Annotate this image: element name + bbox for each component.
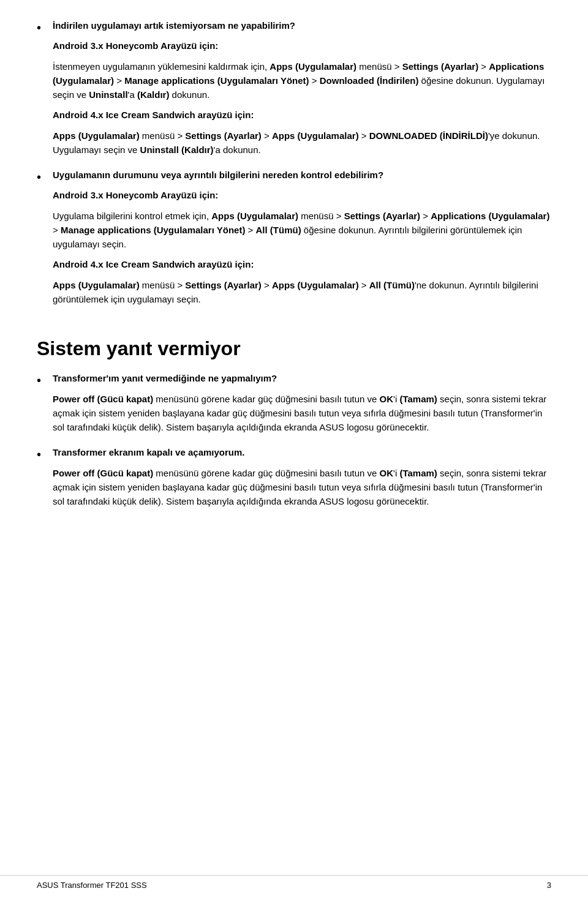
android3-text-1-content: İstenmeyen uygulamanın yüklemesini kaldı…	[53, 61, 545, 100]
android3-heading-1: Android 3.x Honeycomb Arayüzü için:	[53, 39, 551, 53]
question-1-text: İndirilen uygulamayı artık istemiyorsam …	[53, 20, 295, 31]
footer-page-number: 3	[547, 881, 551, 890]
page-container: • İndirilen uygulamayı artık istemiyorsa…	[0, 0, 588, 902]
footer-brand: ASUS Transformer TF201 SSS	[37, 881, 147, 890]
android3-heading-2-text: Android 3.x Honeycomb Arayüzü için:	[53, 190, 218, 200]
system-bullet-section-1: • Transformer'ım yanıt vermediğinde ne y…	[37, 371, 551, 440]
system-question-2: Transformer ekranım kapalı ve açamıyorum…	[53, 445, 551, 459]
android4-heading-1: Android 4.x Ice Cream Sandwich arayüzü i…	[53, 108, 551, 122]
bullet-content-2: Uygulamanın durumunu veya ayrıntılı bilg…	[53, 168, 551, 312]
question-1: İndirilen uygulamayı artık istemiyorsam …	[53, 18, 551, 32]
system-bullet-content-2: Transformer ekranım kapalı ve açamıyorum…	[53, 445, 551, 514]
android3-text-2: Uygulama bilgilerini kontrol etmek için,…	[53, 209, 551, 252]
bullet-icon-1: •	[37, 19, 49, 36]
footer: ASUS Transformer TF201 SSS 3	[0, 875, 588, 890]
android3-text-1: İstenmeyen uygulamanın yüklemesini kaldı…	[53, 59, 551, 102]
question-2-text: Uygulamanın durumunu veya ayrıntılı bilg…	[53, 170, 383, 180]
bullet-content-1: İndirilen uygulamayı artık istemiyorsam …	[53, 18, 551, 163]
system-question-1-text: Transformer'ım yanıt vermediğinde ne yap…	[53, 373, 277, 383]
system-question-1: Transformer'ım yanıt vermediğinde ne yap…	[53, 371, 551, 385]
android4-heading-2-text: Android 4.x Ice Cream Sandwich arayüzü i…	[53, 259, 254, 269]
bullet-section-2: • Uygulamanın durumunu veya ayrıntılı bi…	[37, 168, 551, 312]
question-2: Uygulamanın durumunu veya ayrıntılı bilg…	[53, 168, 551, 182]
system-text-1: Power off (Gücü kapat) menüsünü görene k…	[53, 392, 551, 435]
system-section-title: Sistem yanıt vermiyor	[37, 337, 551, 360]
bullet-icon-2: •	[37, 168, 49, 186]
android4-text-1: Apps (Uygulamalar) menüsü > Settings (Ay…	[53, 129, 551, 157]
system-question-2-text: Transformer ekranım kapalı ve açamıyorum…	[53, 447, 244, 457]
android3-heading-2: Android 3.x Honeycomb Arayüzü için:	[53, 188, 551, 202]
system-bullet-icon-2: •	[37, 446, 49, 463]
system-text-1-content: Power off (Gücü kapat) menüsünü görene k…	[53, 394, 546, 433]
android4-text-2: Apps (Uygulamalar) menüsü > Settings (Ay…	[53, 278, 551, 307]
android4-heading-2: Android 4.x Ice Cream Sandwich arayüzü i…	[53, 257, 551, 271]
android4-heading-1-text: Android 4.x Ice Cream Sandwich arayüzü i…	[53, 110, 254, 120]
system-bullet-icon-1: •	[37, 372, 49, 389]
system-bullet-section-2: • Transformer ekranım kapalı ve açamıyor…	[37, 445, 551, 514]
android3-text-2-content: Uygulama bilgilerini kontrol etmek için,…	[53, 211, 549, 250]
bullet-section-1: • İndirilen uygulamayı artık istemiyorsa…	[37, 18, 551, 163]
system-bullet-content-1: Transformer'ım yanıt vermediğinde ne yap…	[53, 371, 551, 440]
content-area: • İndirilen uygulamayı artık istemiyorsa…	[37, 18, 551, 514]
android4-text-1-content: Apps (Uygulamalar) menüsü > Settings (Ay…	[53, 130, 540, 155]
android3-heading-1-text: Android 3.x Honeycomb Arayüzü için:	[53, 40, 218, 51]
system-text-2-content: Power off (Gücü kapat) menüsünü görene k…	[53, 468, 546, 507]
system-text-2: Power off (Gücü kapat) menüsünü görene k…	[53, 466, 551, 509]
android4-text-2-content: Apps (Uygulamalar) menüsü > Settings (Ay…	[53, 280, 538, 304]
